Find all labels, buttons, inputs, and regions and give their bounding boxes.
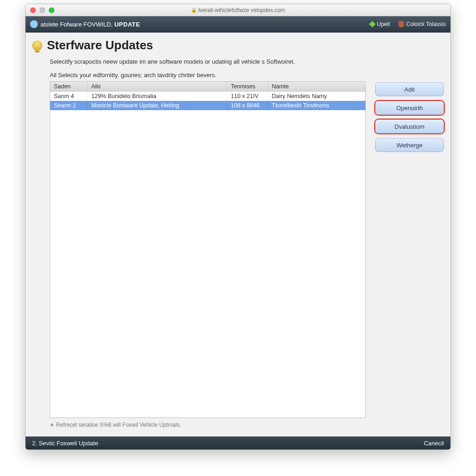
col-header[interactable]: Saden bbox=[50, 82, 87, 92]
app-title-part: FOVWILD, bbox=[84, 21, 113, 28]
table-row[interactable]: Sanm 4129% Bunidelo Briumalia110 x 21IVD… bbox=[50, 92, 365, 101]
cell: 129% Bunidelo Briumalia bbox=[87, 92, 227, 101]
app-title-group: atslete Fofware FOVWILD, UPDATE bbox=[30, 20, 140, 28]
cell: 110 x 21IV bbox=[227, 92, 268, 101]
updates-table: Saden Alki Tenmises Namte Sanm 4129% Bun… bbox=[50, 82, 365, 110]
address-bar: 🔒 lverall-wihiclefoftwze velopdes.com bbox=[26, 7, 450, 13]
address-text: lverall-wihiclefoftwze velopdes.com bbox=[198, 7, 285, 13]
cell: 108 x 9846 bbox=[227, 101, 268, 110]
close-icon[interactable] bbox=[30, 7, 36, 13]
content-area: Sterfware Updates Selecitfy scrapoctis n… bbox=[26, 33, 450, 436]
cell: Dairy Nemdets Namy bbox=[268, 92, 365, 101]
cell: Tkorelliesth Tinvitnons bbox=[268, 101, 365, 110]
app-title-part: UPDATE bbox=[114, 21, 140, 28]
app-title-part: atslete Fofware bbox=[40, 21, 82, 28]
header-link-update[interactable]: Upeit bbox=[370, 21, 390, 27]
action-sidebar: Adit Openoirth Dvalustiom Wetherge bbox=[375, 81, 444, 418]
diamond-icon bbox=[369, 21, 376, 27]
cell: Monicle Bontware Update, Hetiing bbox=[87, 101, 227, 110]
openoirth-button[interactable]: Openoirth bbox=[375, 101, 444, 115]
header-link-label: Upeit bbox=[377, 21, 390, 27]
status-left: 2. Seviic Foxwell Update bbox=[32, 440, 98, 447]
cancel-button[interactable]: Canecil bbox=[424, 440, 444, 447]
page-title: Sterfware Updates bbox=[47, 38, 153, 53]
trophy-icon bbox=[32, 40, 42, 51]
subintro-text: All Selects your edfornitty. gouries; ar… bbox=[50, 72, 444, 79]
col-header[interactable]: Tenmises bbox=[227, 82, 268, 92]
minimize-icon[interactable] bbox=[40, 7, 45, 13]
footnote-text: ∗ Refrecet seratice S%6 will Foxwil Vehi… bbox=[50, 422, 444, 428]
wetherge-button[interactable]: Wetherge bbox=[375, 138, 444, 152]
app-title: atslete Fofware FOVWILD, UPDATE bbox=[40, 21, 140, 28]
table-row[interactable]: Searm 2Monicle Bontware Update, Hetiing1… bbox=[50, 101, 365, 110]
cell: Sanm 4 bbox=[50, 92, 87, 101]
col-header[interactable]: Alki bbox=[87, 82, 227, 92]
zoom-icon[interactable] bbox=[49, 7, 54, 13]
intro-text: Selecitfy scrapoctis neew update im ane … bbox=[50, 58, 444, 65]
header-link-label: Coloick Tolassis bbox=[406, 21, 446, 27]
col-header[interactable]: Namte bbox=[268, 82, 365, 92]
work-area: Saden Alki Tenmises Namte Sanm 4129% Bun… bbox=[50, 81, 444, 418]
traffic-lights bbox=[30, 7, 54, 13]
app-logo-icon bbox=[30, 20, 38, 28]
updates-table-wrap: Saden Alki Tenmises Namte Sanm 4129% Bun… bbox=[50, 81, 366, 418]
app-header-links: Upeit Coloick Tolassis bbox=[370, 21, 446, 27]
status-bar: 2. Seviic Foxwell Update Canecil bbox=[26, 436, 450, 450]
window-titlebar: 🔒 lverall-wihiclefoftwze velopdes.com bbox=[26, 4, 450, 16]
dvalustiom-button[interactable]: Dvalustiom bbox=[375, 119, 444, 133]
lock-icon: 🔒 bbox=[191, 7, 197, 13]
app-header: atslete Fofware FOVWILD, UPDATE Upeit Co… bbox=[26, 16, 450, 33]
shield-icon bbox=[398, 21, 404, 27]
page-title-row: Sterfware Updates bbox=[32, 38, 444, 53]
cell: Searm 2 bbox=[50, 101, 87, 110]
app-window: 🔒 lverall-wihiclefoftwze velopdes.com at… bbox=[25, 4, 451, 450]
adit-button[interactable]: Adit bbox=[375, 82, 444, 96]
header-link-tools[interactable]: Coloick Tolassis bbox=[398, 21, 446, 27]
